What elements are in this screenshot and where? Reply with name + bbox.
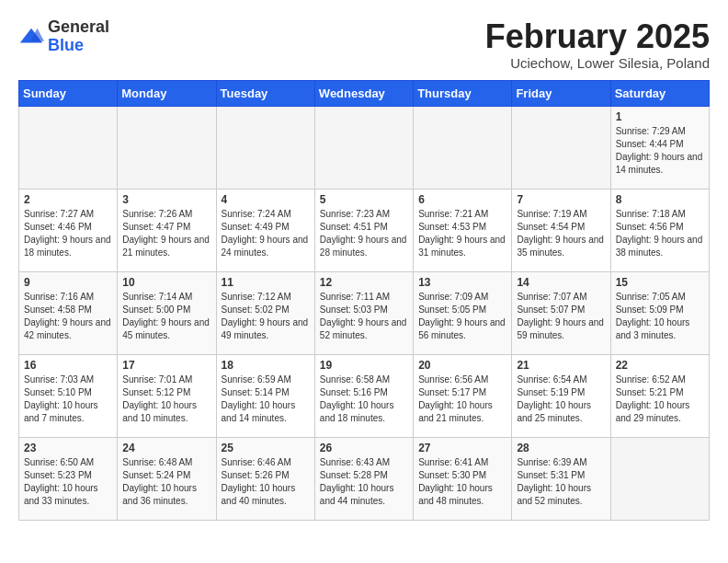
day-number: 20 (418, 359, 506, 372)
calendar-week-2: 2Sunrise: 7:27 AM Sunset: 4:46 PM Daylig… (19, 189, 710, 271)
day-number: 4 (222, 193, 310, 206)
calendar-cell (610, 437, 709, 520)
day-number: 2 (24, 193, 112, 206)
day-number: 16 (24, 359, 112, 372)
day-info: Sunrise: 7:26 AM Sunset: 4:47 PM Dayligh… (122, 208, 210, 259)
day-number: 27 (418, 442, 506, 454)
day-header-saturday: Saturday (610, 80, 709, 106)
day-number: 14 (517, 276, 605, 289)
calendar-cell: 11Sunrise: 7:12 AM Sunset: 5:02 PM Dayli… (216, 271, 314, 354)
calendar-cell: 26Sunrise: 6:43 AM Sunset: 5:28 PM Dayli… (314, 437, 413, 520)
calendar-cell: 4Sunrise: 7:24 AM Sunset: 4:49 PM Daylig… (216, 189, 314, 271)
day-info: Sunrise: 6:54 AM Sunset: 5:19 PM Dayligh… (517, 373, 605, 425)
day-info: Sunrise: 7:05 AM Sunset: 5:09 PM Dayligh… (616, 291, 704, 342)
calendar-cell (19, 106, 118, 189)
calendar-cell: 24Sunrise: 6:48 AM Sunset: 5:24 PM Dayli… (118, 437, 216, 520)
day-number: 1 (616, 110, 704, 123)
calendar-cell: 22Sunrise: 6:52 AM Sunset: 5:21 PM Dayli… (610, 354, 709, 437)
day-number: 3 (122, 193, 210, 206)
calendar-cell: 13Sunrise: 7:09 AM Sunset: 5:05 PM Dayli… (414, 271, 512, 354)
day-number: 5 (320, 193, 408, 206)
calendar-cell: 5Sunrise: 7:23 AM Sunset: 4:51 PM Daylig… (314, 189, 413, 271)
day-info: Sunrise: 6:58 AM Sunset: 5:16 PM Dayligh… (320, 373, 408, 425)
day-info: Sunrise: 7:03 AM Sunset: 5:10 PM Dayligh… (24, 373, 112, 425)
day-header-monday: Monday (118, 80, 216, 106)
day-info: Sunrise: 7:29 AM Sunset: 4:44 PM Dayligh… (616, 125, 704, 177)
logo-icon (18, 24, 44, 50)
day-info: Sunrise: 6:52 AM Sunset: 5:21 PM Dayligh… (616, 373, 704, 425)
calendar-cell (512, 106, 610, 189)
day-number: 21 (517, 359, 605, 372)
calendar-week-1: 1Sunrise: 7:29 AM Sunset: 4:44 PM Daylig… (19, 106, 710, 189)
day-info: Sunrise: 7:24 AM Sunset: 4:49 PM Dayligh… (222, 208, 310, 259)
day-number: 24 (122, 442, 210, 454)
day-info: Sunrise: 7:11 AM Sunset: 5:03 PM Dayligh… (320, 291, 408, 342)
day-number: 26 (320, 442, 408, 454)
day-header-thursday: Thursday (414, 80, 512, 106)
day-number: 28 (517, 442, 605, 454)
calendar-cell: 19Sunrise: 6:58 AM Sunset: 5:16 PM Dayli… (314, 354, 413, 437)
calendar-cell: 21Sunrise: 6:54 AM Sunset: 5:19 PM Dayli… (512, 354, 610, 437)
day-header-wednesday: Wednesday (314, 80, 413, 106)
day-info: Sunrise: 6:41 AM Sunset: 5:30 PM Dayligh… (418, 456, 506, 508)
month-year-title: February 2025 (485, 18, 710, 55)
calendar-cell: 9Sunrise: 7:16 AM Sunset: 4:58 PM Daylig… (19, 271, 118, 354)
day-number: 9 (24, 276, 112, 289)
calendar-cell: 25Sunrise: 6:46 AM Sunset: 5:26 PM Dayli… (216, 437, 314, 520)
calendar-week-3: 9Sunrise: 7:16 AM Sunset: 4:58 PM Daylig… (19, 271, 710, 354)
day-info: Sunrise: 6:59 AM Sunset: 5:14 PM Dayligh… (222, 373, 310, 425)
calendar-table: SundayMondayTuesdayWednesdayThursdayFrid… (18, 80, 710, 521)
day-info: Sunrise: 6:48 AM Sunset: 5:24 PM Dayligh… (122, 456, 210, 508)
day-number: 10 (122, 276, 210, 289)
day-number: 12 (320, 276, 408, 289)
page-header: General Blue February 2025 Uciechow, Low… (18, 18, 710, 71)
day-info: Sunrise: 6:46 AM Sunset: 5:26 PM Dayligh… (222, 456, 310, 508)
calendar-header-row: SundayMondayTuesdayWednesdayThursdayFrid… (19, 80, 710, 106)
day-info: Sunrise: 7:09 AM Sunset: 5:05 PM Dayligh… (418, 291, 506, 342)
day-info: Sunrise: 6:50 AM Sunset: 5:23 PM Dayligh… (24, 456, 112, 508)
day-number: 6 (418, 193, 506, 206)
day-info: Sunrise: 7:21 AM Sunset: 4:53 PM Dayligh… (418, 208, 506, 259)
day-number: 7 (517, 193, 605, 206)
calendar-cell: 14Sunrise: 7:07 AM Sunset: 5:07 PM Dayli… (512, 271, 610, 354)
day-info: Sunrise: 6:39 AM Sunset: 5:31 PM Dayligh… (517, 456, 605, 508)
day-info: Sunrise: 7:07 AM Sunset: 5:07 PM Dayligh… (517, 291, 605, 342)
day-number: 19 (320, 359, 408, 372)
calendar-cell: 28Sunrise: 6:39 AM Sunset: 5:31 PM Dayli… (512, 437, 610, 520)
day-number: 25 (222, 442, 310, 454)
calendar-cell: 3Sunrise: 7:26 AM Sunset: 4:47 PM Daylig… (118, 189, 216, 271)
day-number: 13 (418, 276, 506, 289)
day-number: 15 (616, 276, 704, 289)
calendar-cell: 2Sunrise: 7:27 AM Sunset: 4:46 PM Daylig… (19, 189, 118, 271)
day-info: Sunrise: 7:18 AM Sunset: 4:56 PM Dayligh… (616, 208, 704, 259)
calendar-cell: 1Sunrise: 7:29 AM Sunset: 4:44 PM Daylig… (610, 106, 709, 189)
calendar-cell: 6Sunrise: 7:21 AM Sunset: 4:53 PM Daylig… (414, 189, 512, 271)
title-section: February 2025 Uciechow, Lower Silesia, P… (485, 18, 710, 71)
calendar-cell: 7Sunrise: 7:19 AM Sunset: 4:54 PM Daylig… (512, 189, 610, 271)
day-info: Sunrise: 7:01 AM Sunset: 5:12 PM Dayligh… (122, 373, 210, 425)
calendar-cell (314, 106, 413, 189)
calendar-cell (414, 106, 512, 189)
calendar-cell: 20Sunrise: 6:56 AM Sunset: 5:17 PM Dayli… (414, 354, 512, 437)
logo: General Blue (18, 18, 109, 55)
calendar-cell: 15Sunrise: 7:05 AM Sunset: 5:09 PM Dayli… (610, 271, 709, 354)
day-number: 8 (616, 193, 704, 206)
calendar-cell: 16Sunrise: 7:03 AM Sunset: 5:10 PM Dayli… (19, 354, 118, 437)
calendar-cell: 23Sunrise: 6:50 AM Sunset: 5:23 PM Dayli… (19, 437, 118, 520)
day-number: 17 (122, 359, 210, 372)
calendar-cell (118, 106, 216, 189)
calendar-cell: 8Sunrise: 7:18 AM Sunset: 4:56 PM Daylig… (610, 189, 709, 271)
day-info: Sunrise: 6:43 AM Sunset: 5:28 PM Dayligh… (320, 456, 408, 508)
day-number: 22 (616, 359, 704, 372)
day-info: Sunrise: 7:19 AM Sunset: 4:54 PM Dayligh… (517, 208, 605, 259)
day-header-friday: Friday (512, 80, 610, 106)
logo-general-text: General (48, 18, 109, 37)
day-info: Sunrise: 7:14 AM Sunset: 5:00 PM Dayligh… (122, 291, 210, 342)
day-header-tuesday: Tuesday (216, 80, 314, 106)
calendar-cell: 12Sunrise: 7:11 AM Sunset: 5:03 PM Dayli… (314, 271, 413, 354)
logo-blue-text: Blue (48, 37, 109, 55)
calendar-week-4: 16Sunrise: 7:03 AM Sunset: 5:10 PM Dayli… (19, 354, 710, 437)
calendar-week-5: 23Sunrise: 6:50 AM Sunset: 5:23 PM Dayli… (19, 437, 710, 520)
day-number: 23 (24, 442, 112, 454)
calendar-cell: 27Sunrise: 6:41 AM Sunset: 5:30 PM Dayli… (414, 437, 512, 520)
